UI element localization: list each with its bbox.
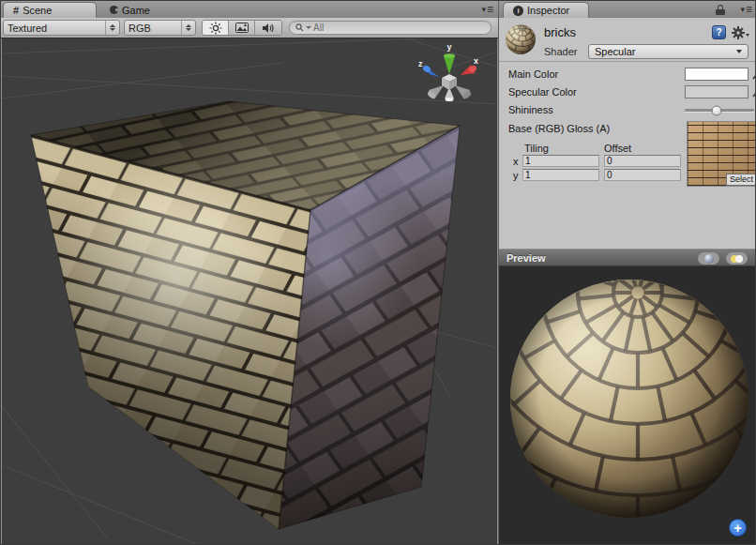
eyedropper-icon[interactable] xyxy=(751,85,756,98)
tab-inspector[interactable]: i Inspector xyxy=(503,2,589,18)
gear-caret-icon xyxy=(746,34,749,37)
game-icon xyxy=(110,6,118,14)
image-icon xyxy=(235,23,249,33)
search-filter-caret-icon[interactable] xyxy=(306,26,311,29)
info-icon: i xyxy=(513,6,523,16)
gizmo-x-label: x xyxy=(474,56,478,66)
dropdown-arrows-icon xyxy=(181,21,191,35)
material-header: bricks Shader Specular ? xyxy=(499,18,756,62)
shader-label: Shader xyxy=(544,46,577,57)
tiling-label: Tiling xyxy=(524,143,549,154)
preview-lighting-button[interactable] xyxy=(726,252,748,265)
menu-lines-icon: ≡ xyxy=(746,4,751,15)
chevron-down-icon xyxy=(736,50,742,53)
light-white-icon xyxy=(735,255,743,263)
search-icon xyxy=(295,23,304,32)
gizmo-z-label: z xyxy=(418,59,423,68)
eyedropper-icon[interactable] xyxy=(751,68,756,81)
tab-scene[interactable]: # Scene xyxy=(3,2,97,18)
sun-icon xyxy=(209,22,222,35)
y-row-label: y xyxy=(513,170,519,181)
menu-lines-icon: ≡ xyxy=(487,4,492,15)
orientation-gizmo[interactable]: y z x xyxy=(418,42,478,101)
brick-cube xyxy=(31,101,460,529)
shininess-label: Shininess xyxy=(508,104,553,115)
dropdown-arrows-icon xyxy=(105,21,115,35)
shader-dropdown[interactable]: Specular xyxy=(588,44,748,59)
channel-value: RGB xyxy=(129,23,177,34)
render-mode-value: Textured xyxy=(8,23,101,34)
menu-caret-icon: ▾ xyxy=(740,6,745,14)
scene-tabstrip: # Scene Game ▾ ≡ xyxy=(1,1,498,18)
audio-toggle-button[interactable] xyxy=(255,21,281,35)
sphere-icon xyxy=(704,254,714,264)
offset-label: Offset xyxy=(604,143,631,154)
preview-sphere xyxy=(499,266,756,545)
preview-title: Preview xyxy=(507,252,546,264)
lighting-toggle-button[interactable] xyxy=(203,21,229,35)
tiling-x-field[interactable] xyxy=(522,155,599,167)
preview-mesh-button[interactable] xyxy=(698,252,719,265)
scene-search-field[interactable] xyxy=(289,21,491,35)
specular-color-label: Specular Color xyxy=(508,86,577,98)
preview-canvas[interactable]: + xyxy=(498,266,756,545)
tab-scene-label: Scene xyxy=(23,5,52,16)
gizmo-z-axis[interactable]: z xyxy=(418,59,439,77)
preview-header: Preview xyxy=(498,249,756,266)
render-paths-button[interactable] xyxy=(229,21,255,35)
base-texture-label: Base (RGB) Gloss (A) xyxy=(508,123,610,134)
help-button[interactable]: ? xyxy=(712,25,726,39)
main-color-label: Main Color xyxy=(508,68,558,80)
tab-game-label: Game xyxy=(122,5,150,16)
shader-value: Specular xyxy=(595,46,635,57)
search-input[interactable] xyxy=(313,23,485,33)
offset-x-field[interactable] xyxy=(604,155,681,167)
scene-panel-menu[interactable]: ▾ ≡ xyxy=(481,4,492,15)
inspector-tabstrip: i Inspector ▾ ≡ xyxy=(498,1,756,18)
material-name: bricks xyxy=(544,25,576,39)
menu-caret-icon: ▾ xyxy=(481,6,486,14)
speaker-icon xyxy=(262,23,275,34)
scene-toolbar: Textured RGB xyxy=(1,18,498,38)
tab-game[interactable]: Game xyxy=(100,2,159,18)
unity-editor-window: # Scene Game ▾ ≡ Textured RGB xyxy=(0,0,756,545)
inspector-panel-menu[interactable]: ▾ ≡ xyxy=(740,4,751,15)
gizmo-y-label: y xyxy=(447,42,452,52)
inspector-panel: bricks Shader Specular ? xyxy=(498,18,756,249)
offset-y-field[interactable] xyxy=(604,169,681,181)
channel-dropdown[interactable]: RGB xyxy=(124,20,196,36)
gear-button[interactable] xyxy=(732,25,750,39)
tab-inspector-label: Inspector xyxy=(527,5,569,16)
shininess-slider[interactable] xyxy=(685,109,754,112)
shininess-thumb[interactable] xyxy=(712,105,722,115)
gizmo-x-axis[interactable]: x xyxy=(461,56,478,75)
tiling-y-field[interactable] xyxy=(522,169,599,181)
base-texture-thumbnail[interactable]: Select xyxy=(687,121,756,187)
x-row-label: x xyxy=(513,156,519,167)
render-mode-dropdown[interactable]: Textured xyxy=(3,20,120,36)
specular-color-swatch[interactable] xyxy=(685,85,748,98)
scene-toggle-group xyxy=(202,20,282,36)
scene-grid-icon: # xyxy=(13,5,19,16)
main-color-swatch[interactable] xyxy=(685,68,748,81)
lock-icon[interactable] xyxy=(716,5,725,15)
select-texture-button[interactable]: Select xyxy=(726,174,756,186)
add-button[interactable]: + xyxy=(729,519,747,537)
gear-icon xyxy=(732,26,745,39)
scene-canvas[interactable]: y z x xyxy=(2,38,497,545)
material-sphere-thumbnail xyxy=(505,23,537,55)
